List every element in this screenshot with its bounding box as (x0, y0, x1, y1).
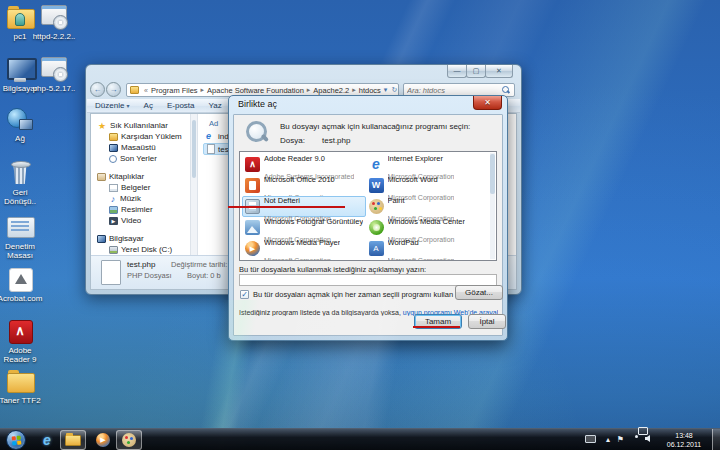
forward-button[interactable]: → (106, 82, 121, 97)
desktop-icon-label: Denetim Masası (0, 242, 44, 260)
toolbar-item-duzenle[interactable]: Düzenle ▾ (95, 101, 130, 110)
control-panel-icon (5, 214, 35, 240)
folder-icon (65, 435, 81, 446)
desktop-icon (109, 144, 118, 152)
taskbar-item-internet-explorer[interactable]: e (34, 430, 60, 450)
recycle-bin-icon (5, 160, 35, 186)
breadcrumb-segment[interactable]: Apache Software Foundation (206, 86, 305, 95)
desktop-icon-label: httpd-2.2.2.. (30, 32, 78, 41)
adobe-reader-icon (245, 157, 260, 172)
sidebar-item-videos[interactable]: ▶Video (91, 215, 187, 226)
sidebar-item-documents[interactable]: Belgeler (91, 182, 187, 193)
volume-tray-icon[interactable] (645, 435, 650, 442)
breadcrumb-segment[interactable]: Program Files (150, 86, 199, 95)
program-item-wordpad[interactable]: WordPadMicrosoft Corporation (366, 238, 490, 259)
open-with-dialog: Birlikte aç ✕ Bu dosyayı açmak için kull… (228, 95, 508, 341)
computer-icon (97, 235, 106, 243)
media-player-icon: ▶ (96, 433, 110, 447)
details-size: Boyut: 0 b (187, 271, 221, 280)
clock-time: 13:48 (660, 431, 708, 440)
dialog-close-button[interactable]: ✕ (473, 96, 502, 110)
hard-disk-icon (109, 246, 118, 254)
desktop-icon-label: Acrobat.com (0, 294, 44, 303)
show-desktop-button[interactable] (712, 429, 720, 450)
close-button[interactable]: ✕ (485, 65, 513, 78)
star-icon: ★ (97, 122, 107, 130)
chevron-down-icon: ▾ (127, 103, 130, 109)
back-button[interactable]: ← (90, 82, 105, 97)
desktop-icon-label: Adobe Reader 9 (0, 346, 44, 364)
user-badge-icon (15, 13, 25, 26)
word-icon (369, 178, 384, 193)
minimize-button[interactable]: — (447, 65, 467, 78)
maximize-button[interactable]: ▢ (466, 65, 486, 78)
pictures-icon (109, 206, 118, 214)
breadcrumb-dropdown-icon[interactable]: ▾ (382, 86, 390, 94)
documents-icon (109, 184, 118, 192)
sidebar-group-libraries[interactable]: Kitaplıklar (91, 171, 187, 182)
media-player-icon (245, 241, 260, 256)
folder-icon (130, 86, 139, 94)
taskbar-item-media-player[interactable]: ▶ (90, 430, 116, 450)
desktop-icon-httpd-installer[interactable]: httpd-2.2.2.. (30, 4, 78, 41)
desktop-icon-network[interactable]: Ağ (0, 106, 44, 143)
music-icon: ♪ (109, 195, 117, 203)
desktop-icon-adobe-reader[interactable]: Adobe Reader 9 (0, 318, 44, 364)
windows-logo-icon (12, 436, 22, 446)
toolbar-item-eposta[interactable]: E-posta (167, 101, 195, 110)
taskbar: e ▶ ▴ ⚑ 13:48 06.12.2011 (0, 428, 720, 450)
downloads-icon (109, 133, 118, 141)
sidebar-item-desktop[interactable]: Masaüstü (91, 142, 187, 153)
desktop-icon-acrobat[interactable]: Acrobat.com (0, 266, 44, 303)
sidebar-item-music[interactable]: ♪Müzik (91, 193, 187, 204)
desktop-icon-label: php-5.2.17.. (30, 84, 78, 93)
details-file-name: test.php (127, 260, 155, 269)
breadcrumb-segment[interactable]: htdocs (358, 86, 382, 95)
taskbar-item-explorer[interactable] (60, 430, 86, 450)
description-label: Bu tür dosyalarla kullanmak istediğiniz … (239, 265, 426, 274)
magnifier-icon (244, 119, 272, 147)
toolbar-item-ac[interactable]: Aç (144, 101, 153, 110)
sidebar-scrollbar[interactable] (190, 114, 198, 255)
taskbar-item-paint[interactable] (116, 430, 142, 450)
desktop-icon-recycle-bin[interactable]: Geri Dönüşü.. (0, 160, 44, 206)
sidebar-item-disk-c[interactable]: Yerel Disk (C:) (91, 244, 187, 255)
program-list-scrollbar[interactable] (490, 153, 495, 259)
browse-button[interactable]: Gözat... (455, 285, 503, 300)
sidebar-item-pictures[interactable]: Resimler (91, 204, 187, 215)
chevron-right-icon: ▸ (305, 86, 313, 94)
paint-icon (122, 433, 136, 447)
desktop-icon-label: Geri Dönüşü.. (0, 188, 44, 206)
cancel-button[interactable]: İptal (468, 314, 506, 329)
network-icon (5, 106, 35, 132)
breadcrumb-root: « (142, 87, 150, 94)
always-use-checkbox-row[interactable]: ✓ Bu tür dosyaları açmak için her zaman … (240, 290, 453, 299)
search-input[interactable] (404, 86, 501, 95)
desktop-icon-php-installer[interactable]: php-5.2.17.. (30, 56, 78, 93)
program-item-media-player[interactable]: Windows Media PlayerMicrosoft Corporatio… (242, 238, 366, 259)
column-header-name[interactable]: Ad (209, 119, 218, 128)
taskbar-clock[interactable]: 13:48 06.12.2011 (660, 431, 708, 449)
sidebar-item-recent[interactable]: Son Yerler (91, 153, 187, 164)
annotation-underline-ok (413, 326, 460, 328)
device-tray-icon[interactable] (585, 435, 596, 443)
file-label: Dosya: (280, 136, 305, 145)
navigation-pane: ★Sık Kullanılanlar Karşıdan Yüklem Masaü… (91, 114, 187, 255)
desktop-icon-control-panel[interactable]: Denetim Masası (0, 214, 44, 260)
scrollbar-thumb[interactable] (490, 154, 495, 194)
action-center-flag-icon[interactable]: ⚑ (617, 435, 624, 445)
show-hidden-icons[interactable]: ▴ (606, 435, 610, 445)
sidebar-item-downloads[interactable]: Karşıdan Yüklem (91, 131, 187, 142)
details-file-type: PHP Dosyası (127, 271, 171, 280)
sidebar-group-computer[interactable]: Bilgisayar (91, 233, 187, 244)
desktop-icon-label: Ağ (0, 134, 44, 143)
sidebar-group-favorites[interactable]: ★Sık Kullanılanlar (91, 120, 187, 131)
desktop-icon-taner-folder[interactable]: Taner TTF2 (0, 368, 44, 405)
refresh-icon[interactable]: ↻ (389, 86, 399, 94)
start-button[interactable] (6, 430, 26, 450)
internet-explorer-icon (369, 157, 384, 172)
checkbox-checked-icon[interactable]: ✓ (240, 290, 249, 299)
scrollbar-thumb[interactable] (192, 120, 196, 178)
breadcrumb-segment[interactable]: Apache2.2 (312, 86, 350, 95)
toolbar-item-yaz[interactable]: Yaz (209, 101, 222, 110)
